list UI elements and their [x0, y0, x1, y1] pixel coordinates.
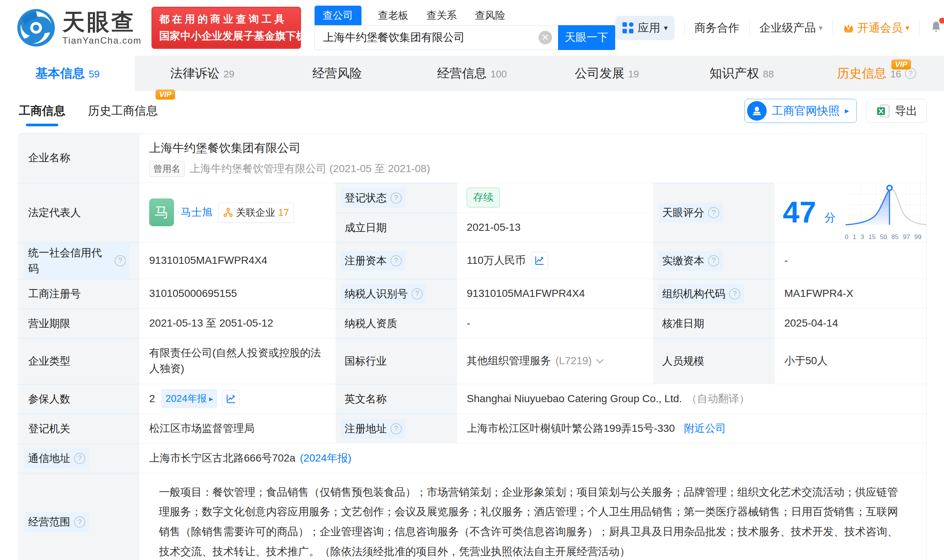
help-icon[interactable]: ? [708, 207, 719, 218]
help-icon[interactable]: ? [391, 192, 402, 204]
chevron-down-icon: ▾ [664, 23, 668, 32]
annual-report-link[interactable]: (2024年报) [300, 450, 351, 466]
company-name-label: 企业名称 [18, 134, 140, 183]
score-value: 47 [783, 197, 816, 228]
paid-capital-value: - [775, 242, 926, 278]
nav-enterprise[interactable]: 企业级产品 ▾ [760, 20, 823, 36]
top-nav: 应用 ▾ 商务合作 企业级产品 ▾ 开通会员 ▾ [615, 16, 944, 40]
help-icon[interactable]: ? [708, 255, 719, 266]
tab-history-info[interactable]: VIP 历史信息16 ? [809, 55, 944, 91]
nav-vip[interactable]: 开通会员 ▾ [843, 20, 909, 36]
nav-cooperation[interactable]: 商务合作 [695, 20, 740, 36]
subtab-history-business-info[interactable]: 历史工商信息 VIP [87, 98, 158, 124]
nearby-companies-link[interactable]: 附近公司 [684, 420, 726, 436]
apps-label: 应用 [638, 20, 660, 36]
search-tab-risk[interactable]: 查风险 [474, 6, 507, 25]
taxpayer-no-label: 纳税人识别号 ? [335, 278, 457, 308]
notifications-button[interactable] [929, 20, 943, 36]
help-icon[interactable]: ? [391, 255, 402, 266]
status-badge: 存续 [467, 188, 500, 208]
tab-basic-info[interactable]: 基本信息59 [0, 55, 135, 91]
tab-intellectual-property[interactable]: 知识产权88 [674, 55, 809, 91]
term-value: 2021-05-13 至 2051-05-12 [140, 308, 335, 338]
export-button[interactable]: 导出 [867, 99, 927, 123]
brand-domain: TianYanCha.com [62, 35, 141, 46]
search-tab-boss[interactable]: 查老板 [377, 6, 410, 25]
org-code-label: 组织机构代码 ? [652, 278, 775, 308]
help-icon[interactable]: ? [412, 288, 423, 300]
promo-banner: 都在用的商业查询工具 国家中小企业发展子基金旗下机构 [151, 7, 301, 49]
triangle-right-icon: ▸ [845, 106, 849, 116]
help-icon[interactable]: ? [391, 423, 402, 434]
score-axis: 013 155085 9799100 [845, 232, 927, 242]
tianyancha-logo-icon [17, 8, 55, 47]
score-marker [887, 186, 892, 191]
legal-rep-label: 法定代表人 [18, 183, 140, 242]
tab-company-development[interactable]: 公司发展19 [539, 55, 674, 91]
help-icon[interactable]: ? [74, 516, 85, 528]
company-type-label: 企业类型 [18, 338, 140, 384]
staff-size-value: 小于50人 [775, 338, 926, 384]
insured-label: 参保人数 [18, 384, 140, 414]
taxpayer-quality-value: - [457, 308, 652, 338]
main-content: 工商信息 历史工商信息 VIP 工商官网快照 ▸ [0, 91, 944, 560]
approve-date-value: 2025-04-14 [775, 308, 926, 338]
apps-grid-icon [622, 22, 634, 34]
help-icon[interactable]: ? [115, 255, 126, 266]
tianyan-score-cell[interactable]: 47 分 [775, 183, 927, 242]
search-tab-company[interactable]: 查公司 [315, 6, 361, 25]
reg-address-cell: 上海市松江区叶榭镇叶繁公路199弄15号-330 附近公司 [457, 414, 926, 443]
tab-operating-risk[interactable]: 经营风险 [270, 55, 405, 91]
table-row: 工商注册号 310105000695155 纳税人识别号 ? 91310105M… [18, 278, 926, 308]
legal-rep-link[interactable]: 马士旭 [181, 205, 212, 220]
notification-dot [939, 18, 944, 24]
search-button[interactable]: 天眼一下 [558, 25, 615, 50]
related-companies-badge[interactable]: 关联企业 17 [218, 203, 294, 223]
help-icon[interactable]: ? [74, 453, 85, 464]
reg-capital-label: 注册资本 ? [335, 242, 457, 278]
tianyancha-logo[interactable]: 天眼查 TianYanCha.com [17, 8, 141, 47]
search-tab-relation[interactable]: 查关系 [425, 6, 458, 25]
avatar[interactable]: 马 [149, 198, 174, 226]
stamp-icon [747, 101, 767, 121]
table-row: 经营范围 ? 一般项目：餐饮管理；食品销售（仅销售预包装食品）；市场营销策划；企… [18, 473, 926, 560]
score-unit: 分 [824, 209, 836, 226]
tab-legal[interactable]: 法律诉讼29 [135, 55, 270, 91]
subtab-business-info[interactable]: 工商信息 [18, 98, 66, 124]
table-row: 营业期限 2021-05-13 至 2051-05-12 纳税人资质 - 核准日… [18, 308, 926, 338]
reg-status-label: 登记状态 ? [335, 183, 457, 212]
help-icon[interactable]: ? [729, 288, 740, 300]
org-network-icon [223, 208, 233, 217]
company-type-value: 有限责任公司(自然人投资或控股的法人独资) [140, 338, 335, 384]
industry-label: 国标行业 [335, 338, 457, 384]
search-input[interactable] [315, 25, 558, 50]
top-header: 天眼查 TianYanCha.com 都在用的商业查询工具 国家中小企业发展子基… [0, 0, 944, 55]
promo-line1: 都在用的商业查询工具 [159, 12, 293, 26]
divider [749, 21, 750, 35]
divider [832, 21, 833, 35]
term-label: 营业期限 [18, 308, 140, 338]
legal-rep-cell: 马 马士旭 关联企业 17 [140, 183, 335, 242]
tab-operating-info[interactable]: 经营信息100 [405, 55, 540, 91]
divider [684, 21, 685, 35]
mail-address-cell: 上海市长宁区古北路666号702a (2024年报) [140, 443, 926, 473]
apps-menu[interactable]: 应用 ▾ [615, 16, 675, 40]
trend-chart-icon[interactable] [531, 252, 548, 269]
trend-chart-icon[interactable] [223, 390, 240, 408]
taxpayer-quality-label: 纳税人资质 [335, 308, 457, 338]
vip-badge: VIP [155, 89, 175, 100]
chevron-down-icon[interactable] [596, 356, 604, 363]
reg-no-label: 工商注册号 [18, 278, 140, 308]
section-tabbar: 基本信息59 法律诉讼29 经营风险 经营信息100 公司发展19 知识产权88… [0, 55, 944, 91]
annual-report-badge[interactable]: 2024年报 ▸ [161, 389, 218, 408]
industry-cell[interactable]: 其他组织管理服务 (L7219) [457, 338, 652, 384]
official-snapshot-button[interactable]: 工商官网快照 ▸ [744, 99, 857, 123]
former-name-value: 上海牛约堡餐饮管理有限公司 (2021-05 至 2021-08) [190, 161, 430, 177]
clear-search-icon[interactable]: ✕ [538, 31, 552, 45]
table-row: 通信地址 ? 上海市长宁区古北路666号702a (2024年报) [18, 443, 926, 473]
table-row: 企业名称 上海牛约堡餐饮集团有限公司 曾用名 上海牛约堡餐饮管理有限公司 (20… [18, 134, 926, 183]
company-name-value: 上海牛约堡餐饮集团有限公司 [149, 140, 301, 157]
credit-code-value: 91310105MA1FWPR4X4 [140, 242, 335, 278]
insured-cell: 2 2024年报 ▸ [140, 384, 335, 414]
approve-date-label: 核准日期 [652, 308, 775, 338]
